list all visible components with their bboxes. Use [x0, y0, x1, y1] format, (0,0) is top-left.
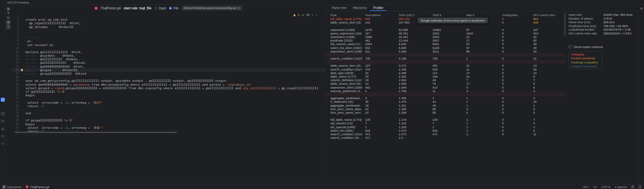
column-header-total-k[interactable]: Total k — [429, 13, 463, 17]
profiler-row[interactable]: expression_elem (1589)4021.948413308 — [326, 86, 566, 89]
profiler-row[interactable]: select_list_elem (1592)6326.669612997038 — [326, 46, 566, 50]
checkbox-box[interactable] — [569, 45, 572, 48]
profiler-row[interactable] — [326, 114, 566, 118]
profiler-row[interactable] — [326, 93, 566, 96]
search-icon[interactable] — [6, 16, 11, 20]
table-scrollbar[interactable] — [564, 13, 565, 35]
tool-stripe-icon[interactable] — [1, 141, 5, 146]
profiler-row[interactable]: search_condition (15…4711.0… — [326, 136, 566, 139]
profiler-cell: 735 — [429, 57, 463, 60]
code-text: @p_vipa1111111111111 dtint, — [25, 21, 81, 25]
code-line: 19exec nb_com_getsysconfig @a11111111111… — [11, 79, 326, 82]
tab-hierarchy[interactable]: Hierarchy — [350, 5, 370, 11]
split-view-icon[interactable] — [6, 25, 11, 29]
profiler-row[interactable]: execute_parameter (1…41.75811403 — [326, 89, 566, 93]
profiler-row[interactable] — [326, 60, 566, 64]
stat-label: Parse time (ms): — [569, 20, 603, 24]
profiler-row[interactable]: table_name (1777)332.2521992109 — [326, 75, 566, 78]
profiler-row[interactable]: table_source_item (15…141.959741708 — [326, 82, 566, 85]
inspections-widget[interactable]: 2 23 ∧ ∨ — [293, 13, 317, 16]
profiler-row[interactable]: query_expression (1527)11748.76120621910… — [326, 32, 566, 35]
previous-highlight-icon[interactable]: ∧ — [311, 14, 313, 16]
profiler-row[interactable]: select_list (1581)6321.073632106 — [326, 129, 566, 132]
show-expert-columns-checkbox[interactable]: Show expert columns — [569, 45, 637, 49]
code-text: create proc up_com_test — [25, 18, 68, 21]
bell-icon[interactable] — [639, 185, 641, 188]
pin-icon[interactable] — [6, 20, 11, 25]
column-header-rule[interactable]: Rule — [326, 13, 362, 17]
column-header-time-ms-[interactable]: Time (ms)▾ — [395, 13, 429, 17]
profiler-row[interactable]: full_table_name (1773)1391.179139107 — [326, 118, 566, 121]
profiler-row[interactable]: table_source_item (15…1273.17138121013 — [326, 64, 566, 67]
profiler-row[interactable]: aggregate_windowed…181.33118101 — [326, 104, 566, 107]
profiler-cell: if_statement (31) — [326, 100, 362, 103]
tool-stripe-icon[interactable] — [1, 134, 5, 138]
tool-stripe-icon[interactable] — [1, 98, 5, 102]
profiler-row[interactable]: search_condition (1519)7354.1587351031 — [326, 57, 566, 60]
line-ending[interactable]: LF — [593, 185, 597, 189]
profiler-row[interactable]: expression (1495)197852.99910982970237 — [326, 28, 566, 32]
editor-content[interactable]: 12create proc up_com_test3 @p_vipa111111… — [11, 14, 326, 133]
profiler-cell: 2064 — [429, 35, 463, 39]
profiler-row[interactable]: search_condition (1517)4702.78652511030 — [326, 68, 566, 71]
column-header-dfa-cache-miss[interactable]: DFA cache miss — [530, 13, 564, 17]
column-header-max-k[interactable]: Max k — [463, 13, 499, 17]
tool-window-title: ANTLR Preview — [7, 1, 29, 4]
code-line: 31begin — [11, 122, 326, 126]
horizontal-scrollbar[interactable] — [14, 132, 177, 133]
profiler-row[interactable]: full_column_name (17…10948.635830197045 — [326, 42, 566, 46]
code-text: begin — [25, 93, 35, 97]
tab-parse-tree[interactable]: Parse tree — [328, 5, 350, 11]
profiler-row[interactable]: aggregate_windowed…41.4954103 — [326, 96, 566, 100]
column-header-ambiguities[interactable]: Ambiguities — [499, 13, 530, 17]
code-line: 8 as — [11, 39, 326, 43]
column-header-invocations[interactable]: Invocations — [362, 13, 395, 17]
start-rule-label: start rule: tsql_file — [124, 6, 152, 10]
profiler-cell — [395, 24, 429, 28]
profiler-row[interactable]: func_proc_name_serv…241.28995405 — [326, 111, 566, 114]
indent-setting[interactable]: 4 spaces — [615, 185, 627, 189]
profiler-row[interactable]: expression_elem (1590)6115.266321199026 — [326, 50, 566, 53]
tool-stripe-icon[interactable] — [1, 119, 5, 123]
breadcrumb-file[interactable]: TSqlParser.g4 — [30, 185, 49, 189]
code-line: 3 @p_vipa1111111111111 dtint, — [11, 21, 326, 25]
profiler-row[interactable]: predicate (1525)46113.444292717080 — [326, 39, 566, 42]
profiler-row[interactable]: column_definition (1421)182.06449707 — [326, 78, 566, 82]
profiler-cell: 4 — [463, 111, 499, 114]
input-radio[interactable]: Input — [155, 6, 166, 10]
profiler-row[interactable]: data_type (1829)322.48811417014 — [326, 71, 566, 75]
settings-sliders-icon[interactable] — [6, 7, 11, 11]
profiler-row[interactable]: search_condition (1516)4711.0724711011 — [326, 132, 566, 136]
profiler-row[interactable]: sql_clauses (12)71.1227104 — [326, 121, 566, 125]
input-radio-circle[interactable] — [155, 7, 157, 10]
input-text-icon[interactable] — [6, 11, 11, 16]
lock-icon[interactable] — [631, 185, 634, 188]
caret-position[interactable]: 30:7 — [583, 185, 589, 189]
profiler-row[interactable]: set_special (1485)11.1051101 — [326, 125, 566, 129]
tab-profiler[interactable]: Profiler — [370, 5, 387, 11]
profiler-row[interactable] — [326, 53, 566, 57]
tool-stripe-icon[interactable] — [1, 112, 5, 116]
tool-stripe-icon[interactable] — [1, 127, 5, 131]
browse-file-icon[interactable] — [237, 7, 240, 9]
profiler-cell: expression_elem (1590) — [326, 50, 362, 53]
profiler-cell: 31 — [530, 57, 564, 60]
profiler-cell: func_proc_name_data… — [326, 107, 362, 111]
profiler-row[interactable] — [326, 24, 566, 28]
file-radio[interactable]: File — [169, 6, 179, 10]
profiler-cell: search_condition (1516) — [326, 132, 362, 136]
code-text: select @vipid = vipid,@vipa333333333333 … — [25, 86, 318, 90]
profiler-cell — [499, 53, 530, 57]
file-encoding[interactable]: UTF-8 — [601, 185, 610, 189]
file-radio-circle[interactable] — [169, 7, 172, 10]
profiler-row[interactable]: if_statement (31)351.476441015 — [326, 100, 566, 103]
next-highlight-icon[interactable]: ∨ — [315, 14, 317, 16]
file-path-input[interactable]: ebelice/Github/tsql-parser/examples/big.… — [182, 6, 242, 10]
profiler-row[interactable]: expression (1498)199820.342206421082 — [326, 35, 566, 39]
intention-bulb-icon[interactable] — [21, 69, 23, 72]
profiler-row[interactable]: func_proc_name_data…241.29895405 — [326, 107, 566, 111]
gear-icon[interactable]: ⚙ — [639, 6, 644, 11]
profiler-cell: table_source_item (15… — [326, 64, 362, 67]
profiler-cell: 117 — [362, 32, 395, 35]
breadcrumb-project[interactable]: tsql-parser — [7, 185, 22, 189]
